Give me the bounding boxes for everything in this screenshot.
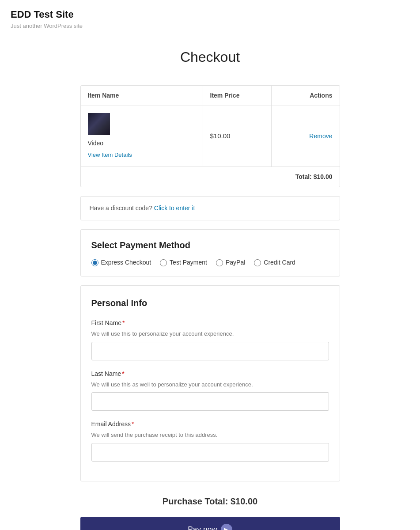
payment-radio-credit[interactable] bbox=[254, 259, 261, 266]
discount-link[interactable]: Click to enter it bbox=[154, 204, 195, 212]
first-name-input[interactable] bbox=[91, 342, 329, 360]
email-input[interactable] bbox=[91, 443, 329, 462]
column-actions: Actions bbox=[272, 86, 340, 106]
pay-arrow-icon: ▶ bbox=[221, 524, 232, 530]
pay-now-button[interactable]: Pay now ▶ bbox=[80, 517, 340, 530]
cart-item-name-cell: Video View Item Details bbox=[81, 106, 203, 167]
remove-item-link[interactable]: Remove bbox=[309, 132, 332, 141]
view-item-details-link[interactable]: View Item Details bbox=[88, 151, 132, 158]
table-row: Video View Item Details $10.00 Remove bbox=[81, 106, 340, 167]
payment-method-box: Select Payment Method Express Checkout T… bbox=[80, 229, 340, 276]
cart-table: Item Name Item Price Actions Video View … bbox=[80, 85, 340, 188]
payment-label-paypal: PayPal bbox=[226, 258, 245, 267]
first-name-hint: We will use this to personalize your acc… bbox=[91, 329, 329, 338]
payment-radio-test[interactable] bbox=[160, 259, 167, 266]
site-title: EDD Test Site bbox=[11, 7, 409, 22]
page-title: Checkout bbox=[80, 46, 340, 68]
item-name-text: Video bbox=[88, 139, 196, 148]
last-name-input[interactable] bbox=[91, 392, 329, 411]
last-name-field: Last Name* We will use this as well to p… bbox=[91, 369, 329, 411]
email-required: * bbox=[132, 420, 134, 428]
payment-option-credit[interactable]: Credit Card bbox=[254, 258, 295, 267]
site-header: EDD Test Site Just another WordPress sit… bbox=[0, 0, 420, 38]
payment-radio-paypal[interactable] bbox=[216, 259, 223, 266]
site-tagline: Just another WordPress site bbox=[11, 22, 409, 30]
email-hint: We will send the purchase receipt to thi… bbox=[91, 431, 329, 439]
first-name-label: First Name* bbox=[91, 318, 329, 328]
first-name-field: First Name* We will use this to personal… bbox=[91, 318, 329, 360]
payment-label-express: Express Checkout bbox=[101, 258, 151, 267]
cart-item-price-cell: $10.00 bbox=[203, 106, 272, 167]
discount-box: Have a discount code? Click to enter it bbox=[80, 196, 340, 220]
last-name-required: * bbox=[122, 370, 124, 377]
cart-item-actions-cell: Remove bbox=[272, 106, 340, 167]
item-price-value: $10.00 bbox=[210, 131, 231, 141]
payment-option-test[interactable]: Test Payment bbox=[160, 258, 207, 267]
email-field: Email Address* We will send the purchase… bbox=[91, 420, 329, 462]
main-content: Checkout Item Name Item Price Actions Vi… bbox=[73, 38, 347, 530]
first-name-required: * bbox=[122, 319, 125, 326]
payment-option-express[interactable]: Express Checkout bbox=[91, 258, 151, 267]
column-item-price: Item Price bbox=[203, 86, 272, 106]
payment-option-paypal[interactable]: PayPal bbox=[216, 258, 245, 267]
payment-label-credit: Credit Card bbox=[264, 258, 295, 267]
cart-table-header: Item Name Item Price Actions bbox=[81, 86, 340, 106]
payment-options: Express Checkout Test Payment PayPal Cre… bbox=[91, 258, 329, 267]
cart-total-row: Total: $10.00 bbox=[81, 167, 340, 187]
cart-total-label: Total: $10.00 bbox=[295, 172, 333, 182]
discount-text: Have a discount code? bbox=[90, 204, 152, 212]
last-name-hint: We will use this as well to personalize … bbox=[91, 380, 329, 389]
personal-info-title: Personal Info bbox=[91, 296, 329, 310]
payment-label-test: Test Payment bbox=[170, 258, 207, 267]
payment-method-title: Select Payment Method bbox=[91, 238, 329, 252]
payment-radio-express[interactable] bbox=[91, 259, 98, 266]
purchase-total: Purchase Total: $10.00 bbox=[80, 495, 340, 508]
pay-now-label: Pay now bbox=[188, 525, 217, 530]
last-name-label: Last Name* bbox=[91, 369, 329, 379]
column-item-name: Item Name bbox=[81, 86, 203, 106]
email-label: Email Address* bbox=[91, 420, 329, 429]
personal-info-box: Personal Info First Name* We will use th… bbox=[80, 285, 340, 481]
item-thumbnail bbox=[88, 113, 110, 135]
